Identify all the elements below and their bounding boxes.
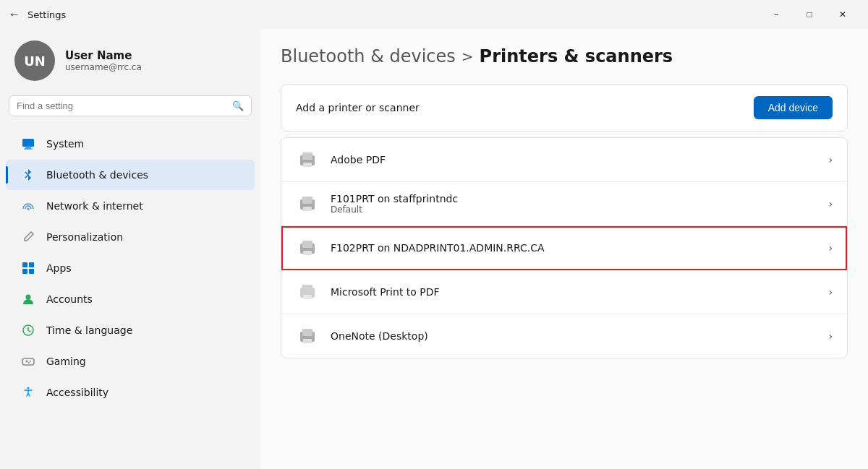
sidebar-item-network[interactable]: Network & internet [6,191,255,221]
search-box: 🔍 [9,95,252,116]
printer-name: Adobe PDF [331,154,817,165]
sidebar-item-system[interactable]: System [6,129,255,159]
user-email: username@rrc.ca [65,62,142,72]
add-device-row: Add a printer or scanner Add device [281,84,848,132]
add-device-button[interactable]: Add device [754,96,833,119]
svg-rect-2 [24,149,33,150]
system-label: System [46,138,84,150]
svg-rect-28 [303,339,312,343]
printer-info: F101PRT on staffprintndc Default [331,193,817,215]
printer-icon [296,324,319,348]
printer-item-onenote[interactable]: OneNote (Desktop) › [281,314,847,358]
user-name: User Name [65,49,142,62]
printer-icon [296,280,319,304]
time-icon [20,322,36,338]
sidebar-item-bluetooth[interactable]: Bluetooth & devices [6,160,255,190]
svg-point-3 [27,208,30,210]
title-bar-left: ← Settings [9,8,66,21]
avatar: UN [14,40,55,81]
sidebar-item-accounts[interactable]: Accounts [6,284,255,314]
network-label: Network & internet [46,200,143,212]
app-title: Settings [27,9,66,20]
breadcrumb-current: Printers & scanners [480,46,673,66]
svg-rect-24 [302,285,312,292]
chevron-right-icon: › [828,330,833,342]
chevron-right-icon: › [828,198,833,210]
accessibility-label: Accessibility [46,387,109,398]
printer-item-adobe-pdf[interactable]: Adobe PDF › [281,138,847,182]
printer-info: Microsoft Print to PDF [331,286,817,298]
breadcrumb-parent: Bluetooth & devices [281,46,456,66]
apps-icon [20,260,36,276]
sidebar-item-apps[interactable]: Apps [6,253,255,283]
svg-point-12 [28,362,30,363]
accounts-label: Accounts [46,293,93,305]
user-profile: UN User Name username@rrc.ca [0,29,260,95]
printer-name: Microsoft Print to PDF [331,286,817,298]
printer-icon [296,148,319,171]
system-icon [20,136,36,152]
svg-rect-4 [22,262,27,267]
printer-info: Adobe PDF [331,154,817,165]
svg-point-13 [27,387,30,390]
printer-name: F101PRT on staffprintndc [331,193,817,205]
svg-rect-0 [22,139,34,147]
printer-name: F102PRT on NDADPRINT01.ADMIN.RRC.CA [331,242,817,254]
svg-rect-22 [303,251,312,255]
app-body: UN User Name username@rrc.ca 🔍 [0,29,868,469]
printer-icon [296,192,319,215]
svg-rect-7 [29,269,34,274]
window-controls: − □ ✕ [760,3,859,26]
minimize-button[interactable]: − [760,3,793,26]
search-icon: 🔍 [232,100,244,111]
breadcrumb: Bluetooth & devices > Printers & scanner… [281,46,848,66]
printer-icon [296,236,319,259]
personalization-label: Personalization [46,231,123,243]
svg-rect-5 [29,262,34,267]
network-icon [20,198,36,214]
svg-rect-27 [302,329,312,336]
sidebar-item-gaming[interactable]: Gaming [6,346,255,377]
user-info: User Name username@rrc.ca [65,49,142,72]
close-button[interactable]: ✕ [826,3,859,26]
svg-point-8 [26,295,31,300]
back-icon: ← [9,8,20,21]
add-device-label: Add a printer or scanner [296,102,420,113]
main-content: Bluetooth & devices > Printers & scanner… [260,29,868,469]
svg-rect-6 [22,269,27,274]
bluetooth-label: Bluetooth & devices [46,169,148,181]
maximize-button[interactable]: □ [793,3,826,26]
gaming-icon [20,353,36,369]
bluetooth-icon [20,167,36,183]
sidebar-nav: System Bluetooth & devices [0,128,260,408]
printer-default: Default [331,205,817,215]
printer-name: OneNote (Desktop) [331,330,817,342]
search-container: 🔍 [0,95,260,128]
printer-item-f102prt[interactable]: F102PRT on NDADPRINT01.ADMIN.RRC.CA › [281,226,847,270]
sidebar-item-accessibility[interactable]: Accessibility [6,377,255,408]
printer-item-f101prt[interactable]: F101PRT on staffprintndc Default › [281,182,847,226]
sidebar: UN User Name username@rrc.ca 🔍 [0,29,260,469]
apps-label: Apps [46,262,72,274]
printer-info: F102PRT on NDADPRINT01.ADMIN.RRC.CA [331,242,817,254]
title-bar: ← Settings − □ ✕ [0,0,868,29]
sidebar-item-time[interactable]: Time & language [6,315,255,345]
svg-rect-1 [25,147,31,149]
chevron-right-icon: › [828,242,833,254]
search-input[interactable] [17,100,226,111]
personalization-icon [20,229,36,245]
sidebar-item-personalization[interactable]: Personalization [6,222,255,252]
svg-rect-10 [22,358,34,365]
svg-rect-21 [302,241,312,248]
chevron-right-icon: › [828,154,833,165]
time-label: Time & language [46,324,132,336]
printer-item-ms-pdf[interactable]: Microsoft Print to PDF › [281,270,847,314]
svg-rect-16 [303,163,312,167]
accessibility-icon [20,384,36,400]
svg-rect-15 [302,152,312,160]
back-button[interactable]: ← [9,8,20,21]
svg-rect-25 [303,295,312,299]
svg-rect-19 [303,207,312,211]
gaming-label: Gaming [46,356,86,367]
printer-list: Adobe PDF › F101PRT on staffprintndc Def… [281,137,848,358]
